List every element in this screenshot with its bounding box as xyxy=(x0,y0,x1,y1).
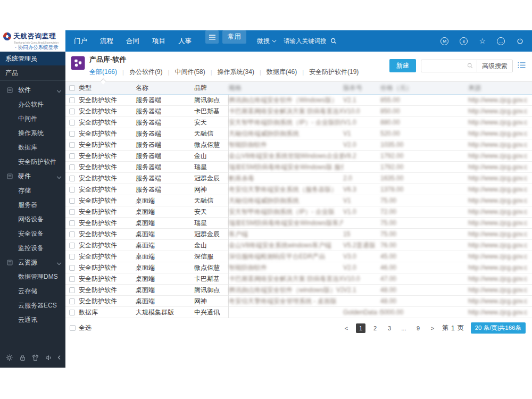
table-row[interactable]: 安全防护软件服务器端卡巴斯基卡巴斯基网络安全解决方案 防病毒直连XXL版特...… xyxy=(65,106,532,117)
select-column-checkbox[interactable] xyxy=(69,85,75,91)
table-row[interactable]: 安全防护软件服务器端天融信天融信终端威胁防御系统V1520.00http://w… xyxy=(65,128,532,139)
row-checkbox[interactable] xyxy=(69,187,75,193)
row-checkbox[interactable] xyxy=(69,120,75,126)
row-checkbox[interactable] xyxy=(69,198,75,204)
tab[interactable]: 中间件(58) xyxy=(174,68,205,77)
page-jump-input[interactable]: 1 xyxy=(451,325,455,332)
table-row[interactable]: 安全防护软件桌面端安天安天智甲终端防御系统（IP）- 企业版V1.072.00h… xyxy=(65,206,532,218)
sidebar-item[interactable]: 中间件 xyxy=(0,112,65,126)
row-checkbox[interactable] xyxy=(69,164,75,170)
sidebar-item[interactable]: 办公软件 xyxy=(0,97,65,112)
row-checkbox[interactable] xyxy=(69,176,75,181)
nav-item[interactable]: 人事 xyxy=(172,30,198,52)
sidebar-item[interactable]: 存储 xyxy=(0,184,65,198)
row-checkbox[interactable] xyxy=(69,109,75,114)
lock-icon[interactable] xyxy=(19,354,27,362)
row-checkbox[interactable] xyxy=(69,231,75,237)
sidebar-item[interactable]: 操作系统 xyxy=(0,126,65,140)
table-row[interactable]: 安全防护软件桌面端天融信天融信终端威胁防御系统V175.00http://www… xyxy=(65,195,532,206)
page-button[interactable]: 9 xyxy=(413,323,423,333)
search-scope-dropdown[interactable]: 微搜 xyxy=(257,37,275,46)
collapse-icon[interactable] xyxy=(57,355,61,360)
power-icon[interactable] xyxy=(516,37,524,45)
m-badge-icon[interactable]: M xyxy=(440,37,448,45)
row-checkbox[interactable] xyxy=(69,287,75,293)
table-row[interactable]: 安全防护软件服务器端瑞星瑞星ESM防病毒终端安全Windows版 服务器版179… xyxy=(65,162,532,173)
tab[interactable]: 办公软件(9) xyxy=(129,68,163,77)
table-search-input[interactable] xyxy=(421,60,477,72)
sidebar-group[interactable]: 硬件 xyxy=(0,169,65,184)
row-checkbox[interactable] xyxy=(69,209,75,215)
theme-shirt-icon[interactable] xyxy=(31,354,39,362)
sidebar-group[interactable]: 云资源 xyxy=(0,255,65,270)
sidebar-item[interactable]: 服务器 xyxy=(0,198,65,212)
row-checkbox[interactable] xyxy=(69,265,75,271)
favorite-star-icon[interactable]: ☆ xyxy=(479,37,486,45)
row-checkbox[interactable] xyxy=(69,153,75,159)
page-button[interactable]: 1 xyxy=(356,323,365,333)
table-row[interactable]: 安全防护软件服务器端微点佰慧智能防御软件V2.01035.00http://ww… xyxy=(65,139,532,151)
nav-menu-button[interactable] xyxy=(205,30,219,44)
search-input[interactable]: 请输入关键词搜 xyxy=(284,37,327,45)
row-checkbox[interactable] xyxy=(69,276,75,282)
row-checkbox[interactable] xyxy=(69,254,75,260)
page-size-summary[interactable]: 20 条/页|共166条 xyxy=(471,322,526,334)
nav-item[interactable]: 流程 xyxy=(94,30,120,52)
sidebar-group[interactable]: 软件 xyxy=(0,83,65,97)
nav-item[interactable]: 门户 xyxy=(68,30,94,52)
row-checkbox[interactable] xyxy=(69,298,75,304)
nav-item[interactable]: 项目 xyxy=(146,30,172,52)
page-button[interactable]: 2 xyxy=(370,323,380,333)
table-row[interactable]: 安全防护软件桌面端深信服深信服终端检测响应平台EDR产品V3.045.00htt… xyxy=(65,251,532,262)
table-row[interactable]: 安全防护软件服务器端网神奇安信天擎终端安全系统（服务器版）V6.31378.00… xyxy=(65,184,532,195)
sidebar-item[interactable]: 安全设备 xyxy=(0,227,65,241)
table-row[interactable]: 安全防护软件服务器端冠群金辰豹盾杀毒2.01635.00http://www.z… xyxy=(65,173,532,184)
select-all-checkbox[interactable] xyxy=(70,325,76,331)
oa-login-link[interactable]: · 协同办公系统登录 xyxy=(15,44,62,51)
advanced-search-button[interactable]: 高级搜索 xyxy=(477,60,512,72)
sidebar-item[interactable]: 安全防护软件 xyxy=(0,155,65,169)
table-row[interactable]: 安全防护软件桌面端金山金山V8终端安全系统windows客户端V5.2普通版76… xyxy=(65,240,532,251)
table-row[interactable]: 安全防护软件服务器端安天安天智甲终端防御系统（IP）- 企业版防病毒V1.088… xyxy=(65,117,532,128)
more-icon[interactable]: … xyxy=(497,37,505,45)
nav-item-pinned[interactable]: 常用 xyxy=(222,30,246,44)
tab[interactable]: 操作系统(34) xyxy=(218,68,254,77)
select-all[interactable]: 全选 xyxy=(70,323,92,332)
row-checkbox[interactable] xyxy=(69,220,75,226)
sidebar-item[interactable]: 数据管理DMS xyxy=(0,270,65,284)
tab[interactable]: 安全防护软件(19) xyxy=(309,68,359,77)
row-checkbox[interactable] xyxy=(69,142,75,148)
sidebar-item[interactable]: 云通讯 xyxy=(0,313,65,327)
table-row[interactable]: 安全防护软件桌面端冠群金辰客户端1575.00http://www.zjcg.g… xyxy=(65,229,532,240)
row-checkbox[interactable] xyxy=(69,97,75,103)
sidebar-item[interactable]: 数据库 xyxy=(0,140,65,155)
e-badge-icon[interactable]: e xyxy=(460,37,468,45)
row-checkbox[interactable] xyxy=(69,131,75,137)
page-button[interactable]: 3 xyxy=(385,323,394,333)
new-button[interactable]: 新建 xyxy=(389,59,416,72)
prev-page-button[interactable]: < xyxy=(342,323,351,333)
table-row[interactable]: 数据库大规模集群版中兴通讯GoldenData s...5000.00http:… xyxy=(65,307,532,318)
row-checkbox[interactable] xyxy=(69,310,75,315)
sidebar-item[interactable]: 网络设备 xyxy=(0,212,65,227)
tab[interactable]: 数据库(46) xyxy=(267,68,297,77)
table-row[interactable]: 安全防护软件服务器端腾讯御点腾讯御点终端安全软件（Windows版）V2.185… xyxy=(65,95,532,106)
table-row[interactable]: 安全防护软件桌面端微点佰慧智能防御软件V2.046.00http://www.z… xyxy=(65,262,532,273)
tab[interactable]: 全部(166) xyxy=(89,68,117,77)
table-row[interactable]: 安全防护软件服务器端金山金山V8终端安全系统登陆Windows企业服务器V8.2… xyxy=(65,151,532,162)
sidebar-item[interactable]: 监控设备 xyxy=(0,241,65,255)
list-view-icon[interactable] xyxy=(518,61,526,71)
sidebar-item[interactable]: 云存储 xyxy=(0,284,65,298)
table-row[interactable]: 安全防护软件桌面端瑞星瑞星ESM防病毒终端安全Windows版客户端75.00h… xyxy=(65,218,532,229)
gear-icon[interactable] xyxy=(5,354,13,362)
sidebar-section-product[interactable]: 产品 xyxy=(0,65,65,81)
table-row[interactable]: 安全防护软件桌面端网神奇安信天擎终端安全管理系统 - 桌面版48.00http:… xyxy=(65,296,532,307)
sidebar-item[interactable]: 云服务器ECS xyxy=(0,298,65,313)
sound-icon[interactable] xyxy=(45,354,53,362)
search-icon[interactable] xyxy=(330,37,337,45)
table-row[interactable]: 安全防护软件桌面端卡巴斯基卡巴斯基网络安全解决方案 防病毒直连XXL版（-KO.… xyxy=(65,273,532,285)
table-row[interactable]: 安全防护软件桌面端腾讯御点腾讯御点终端安全软件（windows版）V2.1V2.… xyxy=(65,285,532,296)
nav-item[interactable]: 合同 xyxy=(120,30,146,52)
row-checkbox[interactable] xyxy=(69,243,75,248)
next-page-button[interactable]: > xyxy=(428,323,437,333)
